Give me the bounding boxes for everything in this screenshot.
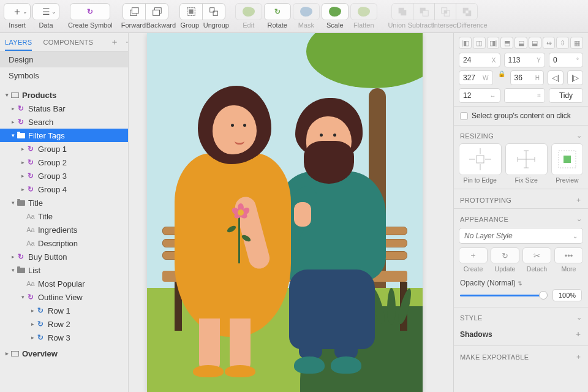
prototyping-header[interactable]: PROTOTYPING＋ — [454, 190, 588, 207]
data-button[interactable]: ☰⌄ — [32, 3, 59, 20]
plus-icon[interactable]: ＋ — [575, 352, 582, 361]
rotate-button[interactable]: ↻ — [264, 3, 291, 20]
corners-icon: ⌗ — [537, 92, 541, 99]
align-top-button[interactable]: ⬒ — [500, 37, 513, 49]
insert-button[interactable]: ＋⌄ — [4, 3, 31, 20]
layer-status-bar[interactable]: ▸↻Status Bar — [0, 102, 128, 115]
ungroup-icon — [208, 6, 219, 17]
align-bottom-button[interactable]: ⬓ — [529, 37, 541, 49]
chevron-right-icon: ▸ — [10, 254, 16, 260]
symbol-icon: ↻ — [28, 293, 34, 301]
layer-list[interactable]: ▾List — [0, 263, 128, 277]
chevron-right-icon: ▸ — [29, 321, 36, 327]
align-middle-button[interactable]: ⬓ — [514, 37, 527, 49]
radius-field[interactable]: 12↔ — [459, 88, 500, 103]
tidy-button[interactable]: Tidy — [549, 88, 583, 103]
corners-field[interactable]: ⌗ — [504, 88, 546, 103]
flatten-button[interactable] — [350, 3, 377, 20]
align-center-h-button[interactable]: ◫ — [473, 37, 486, 49]
distribute-v-button[interactable]: ⇳ — [556, 37, 569, 49]
appearance-header[interactable]: APPEARANCE⌄ — [454, 210, 588, 225]
group-button[interactable] — [179, 3, 203, 20]
mask-button[interactable] — [293, 3, 320, 20]
layer-row1[interactable]: ▸↻Row 1 — [0, 304, 128, 317]
resizing-header[interactable]: RESIZING⌄ — [454, 127, 588, 142]
mask-label: Mask — [298, 21, 314, 29]
difference-button[interactable] — [456, 3, 478, 20]
text-icon: Aa — [26, 226, 34, 233]
style-header[interactable]: STYLE⌄ — [454, 309, 588, 324]
opacity-value[interactable]: 100% — [552, 289, 582, 301]
tab-layers[interactable]: LAYERS — [5, 39, 32, 51]
layer-label: Outline View — [38, 293, 83, 302]
layer-most-popular[interactable]: AaMost Popular — [0, 277, 128, 290]
layer-group2[interactable]: ▸↻Group 2 — [0, 156, 128, 169]
page-symbols[interactable]: Symbols — [0, 67, 128, 83]
layer-group4[interactable]: ▸↻Group 4 — [0, 183, 128, 196]
layer-description[interactable]: AaDescription — [0, 236, 128, 250]
layer-ingredients[interactable]: AaIngredients — [0, 223, 128, 236]
layer-group3[interactable]: ▸↻Group 3 — [0, 169, 128, 183]
layer-title-text[interactable]: AaTitle — [0, 209, 128, 223]
layer-style-select[interactable]: No Layer Style⌄ — [459, 228, 583, 244]
height-value: 36 — [514, 74, 535, 82]
scale-button[interactable] — [322, 3, 349, 20]
select-group-checkbox[interactable]: Select group's content on click — [454, 108, 588, 124]
ungroup-button[interactable] — [202, 3, 225, 20]
intersect-button[interactable] — [434, 3, 456, 20]
plus-icon[interactable]: ＋ — [575, 329, 582, 339]
layer-outline-view[interactable]: ▾↻Outline View — [0, 290, 128, 304]
svg-rect-3 — [153, 10, 159, 15]
layer-row2[interactable]: ▸↻Row 2 — [0, 317, 128, 331]
pin-to-edge-control[interactable] — [459, 143, 502, 175]
layer-title-group[interactable]: ▾Title — [0, 196, 128, 209]
artboard-illustration[interactable] — [147, 33, 423, 392]
align-right-button[interactable]: ◨| — [487, 37, 500, 49]
union-button[interactable] — [391, 3, 413, 20]
create-symbol-button[interactable]: ↻ — [70, 3, 110, 20]
height-field[interactable]: 36H — [510, 70, 545, 85]
tab-components[interactable]: COMPONENTS — [43, 39, 93, 46]
page-design[interactable]: Design — [0, 51, 128, 67]
x-field[interactable]: 24X — [459, 53, 500, 67]
flip-v-button[interactable]: |▷ — [567, 70, 583, 85]
artboard-overview[interactable]: ▸Overview — [0, 347, 128, 360]
lock-icon[interactable]: 🔒 — [498, 70, 505, 85]
layer-buy-button[interactable]: ▸↻Buy Button — [0, 250, 128, 263]
layer-search[interactable]: ▸↻Search — [0, 115, 128, 129]
backward-button[interactable] — [145, 3, 168, 20]
edit-button[interactable] — [235, 3, 262, 20]
forward-button[interactable] — [123, 3, 146, 20]
toolbar: ＋⌄ Insert ☰⌄ Data ↻ Create Symbol Forwar… — [0, 0, 588, 33]
plus-icon[interactable]: ＋ — [575, 195, 582, 205]
dropdown-icon[interactable]: ⇅ — [518, 281, 522, 287]
fix-size-control[interactable] — [505, 143, 548, 175]
style-more-button[interactable]: ••• — [554, 247, 583, 263]
slider-thumb[interactable] — [539, 291, 548, 300]
backward-label: Backward — [146, 21, 170, 29]
subtract-label: Subtract — [408, 21, 432, 29]
subtract-button[interactable] — [413, 3, 435, 20]
align-left-button[interactable]: |◧ — [459, 37, 472, 49]
style-detach-button[interactable]: ✂ — [522, 247, 551, 263]
exportable-header[interactable]: MAKE EXPORTABLE＋ — [454, 347, 588, 364]
rotation-field[interactable]: 0° — [549, 53, 583, 67]
layer-label: Row 2 — [48, 320, 70, 329]
layer-filter-tags[interactable]: ▾Filter Tags — [0, 129, 128, 142]
distribute-h-button[interactable]: ⇹ — [543, 37, 556, 49]
layer-label: Most Popular — [38, 279, 85, 288]
y-field[interactable]: 113Y — [504, 53, 546, 67]
canvas[interactable] — [129, 33, 453, 392]
artboard-products[interactable]: ▾ Products — [0, 88, 128, 102]
style-update-button[interactable]: ↻ — [491, 247, 519, 263]
add-page-icon[interactable]: ＋ — [110, 37, 119, 48]
flip-h-button[interactable]: ◁| — [548, 70, 564, 85]
tidy-grid-button[interactable]: ▦ — [570, 37, 583, 49]
layer-row3[interactable]: ▸↻Row 3 — [0, 331, 128, 344]
shadows-row[interactable]: Shadows＋ — [454, 324, 588, 344]
opacity-slider[interactable]: 100% — [460, 291, 582, 300]
width-field[interactable]: 327W — [459, 70, 493, 85]
layer-group1[interactable]: ▸↻Group 1 — [0, 142, 128, 156]
flatten-icon — [358, 7, 370, 17]
style-create-button[interactable]: ＋ — [459, 247, 488, 263]
